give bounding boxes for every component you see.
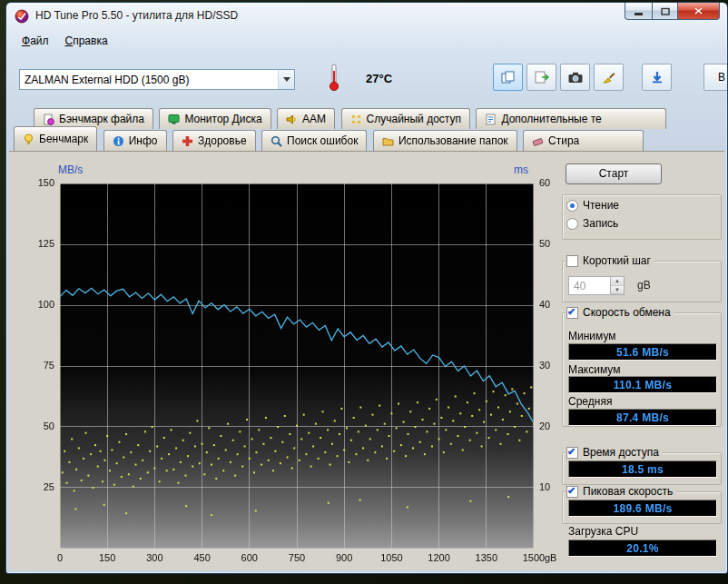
thermometer-icon (328, 63, 340, 95)
y-left-tick-label: 150 (9, 177, 54, 188)
tab-label: Бэнчмарк файла (59, 113, 144, 125)
eraser-icon (532, 135, 544, 147)
cpu-usage-label: Загрузка CPU (568, 525, 638, 538)
access-time-row[interactable]: Время доступа (566, 446, 663, 459)
copy-to-clipboard-button[interactable] (493, 64, 523, 91)
minimize-icon (635, 13, 643, 15)
y-left-axis-unit: MB/s (58, 163, 83, 176)
maximize-icon (661, 7, 670, 15)
file-benchmark-icon (43, 114, 54, 125)
tab-label: Стира (548, 134, 579, 147)
short-stride-row[interactable]: Короткий шаг (566, 254, 654, 267)
tab-error-scan[interactable]: Поиск ошибок (261, 130, 367, 151)
burst-rate-checkbox[interactable] (566, 486, 578, 498)
exit-button-label: В (718, 71, 725, 84)
burst-rate-value: 189.6 MB/s (568, 500, 717, 517)
write-radio-row[interactable]: Запись (566, 217, 622, 230)
spin-up-button[interactable]: ▲ (611, 277, 624, 286)
screenshot-button[interactable] (560, 64, 590, 91)
x-tick-label: 0 (40, 552, 80, 563)
transfer-rate-row[interactable]: Скорость обмена (566, 306, 674, 319)
spin-down-button[interactable]: ▼ (611, 286, 624, 295)
maximum-label: Максимум (568, 363, 620, 376)
toolbar: ZALMAN External HDD (1500 gB) 27°C В (6, 52, 727, 108)
x-tick-label: 1050 (371, 552, 411, 563)
cpu-usage-value: 20.1% (568, 539, 717, 557)
y-right-tick-label: 50 (539, 238, 550, 249)
burst-rate-row[interactable]: Пиковая скорость (566, 485, 676, 498)
dropdown-arrow-icon[interactable] (278, 70, 294, 89)
download-icon (651, 71, 664, 84)
tab-extra-tests[interactable]: Дополнительные те (476, 108, 665, 129)
tab-row-secondary: Бэнчмарк файла Монитор Диска AAM Случайн… (34, 108, 668, 129)
export-icon (535, 71, 549, 84)
health-cross-icon (182, 135, 193, 147)
stride-unit-label: gB (637, 279, 651, 292)
average-value: 87.4 MB/s (568, 409, 717, 426)
average-label: Средняя (568, 395, 612, 408)
tab-benchmark[interactable]: Бенчмарк (14, 126, 97, 151)
temperature-value: 27°C (366, 72, 392, 85)
benchmark-pane: MB/s ms 15012510075502560504030201001503… (9, 151, 724, 570)
access-time-value: 18.5 ms (568, 460, 717, 478)
transfer-rate-label: Скорость обмена (583, 306, 671, 319)
y-left-tick-label: 75 (9, 360, 54, 371)
drive-select[interactable]: ZALMAN External HDD (1500 gB) (19, 69, 295, 90)
random-access-icon (350, 114, 362, 125)
write-radio-label: Запись (583, 217, 618, 230)
search-icon (271, 135, 282, 147)
write-radio[interactable] (566, 218, 578, 230)
transfer-rate-checkbox[interactable] (566, 307, 578, 319)
benchmark-chart (60, 183, 534, 549)
maximize-button[interactable] (652, 3, 678, 20)
tab-label: Поиск ошибок (287, 134, 358, 147)
window-title: HD Tune Pro 5.50 - утилита для HD/SSD (35, 9, 238, 22)
export-button[interactable] (526, 64, 556, 91)
exit-button-partial[interactable]: В (703, 64, 728, 91)
toolbar-buttons: В (493, 64, 675, 91)
tab-erase[interactable]: Стира (523, 130, 644, 151)
tab-aam[interactable]: AAM (277, 108, 335, 129)
y-left-tick-label: 25 (9, 481, 54, 492)
start-button[interactable]: Старт (566, 163, 662, 184)
stride-input[interactable]: 40 ▲▼ (568, 276, 625, 295)
close-button[interactable] (678, 3, 720, 20)
burst-rate-label: Пиковая скорость (583, 485, 673, 498)
tab-label: Здоровье (198, 134, 247, 147)
access-time-checkbox[interactable] (566, 447, 578, 459)
menu-help[interactable]: Справка (57, 32, 116, 50)
speaker-icon (286, 114, 298, 125)
minimum-label: Минимум (568, 330, 616, 342)
y-right-tick-label: 30 (539, 360, 550, 371)
maximum-value: 110.1 MB/s (568, 376, 717, 393)
y-left-tick-label: 100 (9, 299, 54, 310)
tab-random-access[interactable]: Случайный доступ (341, 108, 470, 129)
title-bar[interactable]: HD Tune Pro 5.50 - утилита для HD/SSD (6, 3, 727, 30)
tab-folder-usage[interactable]: Использование папок (373, 130, 517, 151)
menu-file[interactable]: Файл (14, 32, 57, 50)
app-window: HD Tune Pro 5.50 - утилита для HD/SSD Фа… (5, 2, 728, 574)
brush-icon (603, 71, 615, 84)
lamp-icon (23, 134, 34, 145)
tab-health[interactable]: Здоровье (172, 130, 256, 151)
stride-value: 40 (569, 277, 610, 294)
tab-info[interactable]: Инфо (103, 130, 167, 151)
tab-disk-monitor[interactable]: Монитор Диска (159, 108, 271, 129)
y-right-tick-label: 20 (539, 421, 550, 431)
tab-label: Инфо (129, 134, 158, 147)
menu-bar: Файл Справка (8, 30, 725, 52)
camera-icon (568, 72, 583, 84)
info-icon (113, 135, 124, 147)
access-time-label: Время доступа (583, 446, 659, 459)
app-icon (15, 9, 29, 24)
read-radio-row[interactable]: Чтение (566, 199, 623, 212)
save-results-button[interactable] (642, 64, 672, 91)
disk-monitor-icon (168, 114, 180, 125)
drive-select-value: ZALMAN External HDD (1500 gB) (20, 74, 278, 86)
x-tick-label: 300 (134, 552, 174, 563)
minimize-button[interactable] (625, 3, 652, 20)
short-stride-checkbox[interactable] (566, 255, 578, 267)
y-right-axis-unit: ms (514, 163, 528, 176)
options-button[interactable] (594, 64, 624, 91)
read-radio[interactable] (566, 200, 578, 212)
